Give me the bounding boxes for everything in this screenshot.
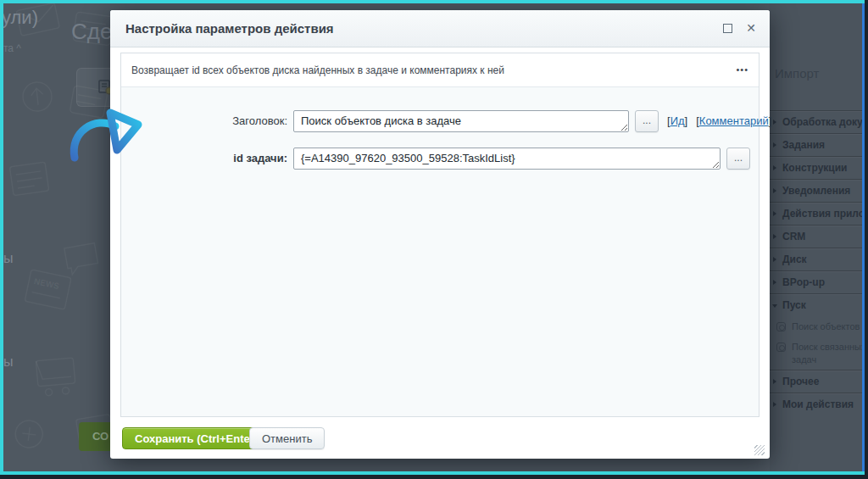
caret-right-icon (773, 280, 776, 285)
group-label: Диск (782, 253, 807, 265)
group-label: ВPop-up (782, 276, 825, 288)
ellipsis-icon: ••• (736, 64, 748, 75)
insert-links: [Ид][Комментарий] (667, 110, 771, 132)
item-label: Поиск объектов диска (792, 321, 862, 331)
save-button[interactable]: Сохранить (Ctrl+Enter) (122, 427, 270, 449)
title-more-button[interactable]: ... (635, 110, 659, 132)
title-input[interactable]: Поиск объектов диска в задаче (293, 110, 629, 132)
background-text-fragment: ы (3, 354, 14, 370)
viewport-border-top (0, 0, 865, 3)
activity-group-constructs[interactable]: Конструкции (770, 156, 862, 179)
close-icon: ✕ (746, 21, 756, 35)
task-id-input[interactable]: {=A14390_97620_93500_59528:TaskIdList} (293, 148, 721, 170)
caret-right-icon (773, 234, 776, 239)
group-label: CRM (782, 231, 805, 242)
caret-right-icon (773, 211, 776, 216)
group-label: Обработка документа (782, 116, 862, 128)
caret-right-icon (773, 142, 776, 148)
action-description: Возвращает id всех объектов диска найден… (131, 53, 504, 87)
outer-margin-right (865, 0, 868, 479)
id-link[interactable]: Ид (670, 114, 685, 127)
activity-group-other[interactable]: Прочее (770, 370, 862, 393)
group-label: Задания (782, 139, 825, 151)
group-label: Мои действия (782, 398, 854, 410)
sidebar-header: Импорт (775, 66, 819, 81)
activity-icon (776, 322, 786, 331)
activity-group-crm[interactable]: CRM (770, 225, 862, 248)
caret-right-icon (773, 188, 776, 193)
activity-item[interactable]: Поиск связанных с су задач (770, 341, 862, 368)
activity-group-my-actions[interactable]: Мои действия (770, 393, 862, 415)
activity-item[interactable]: Поиск объектов диска (770, 320, 862, 337)
activity-group-tasks[interactable]: Задания (770, 133, 862, 156)
activity-group-notifications[interactable]: Уведомления (770, 179, 862, 202)
activity-icon (776, 343, 786, 352)
group-label: Действия приложения (782, 208, 862, 220)
viewport-border-left (0, 3, 3, 471)
background-text-fragment: ы (3, 251, 14, 266)
dialog-title: Настройка параметров действия (125, 10, 334, 47)
sort-control-fragment: та ^ (3, 42, 21, 54)
resize-grip-icon[interactable] (754, 445, 765, 455)
activity-group-pusk[interactable]: Пуск (770, 293, 862, 316)
caret-right-icon (773, 379, 776, 384)
caret-right-icon (773, 402, 776, 407)
task-id-more-button[interactable]: ... (726, 148, 750, 170)
caret-right-icon (773, 120, 776, 125)
link-bracket: ] (685, 114, 688, 127)
activities-sidebar: Импорт Обработка документа Задания Конст… (770, 3, 862, 471)
group-label: Пуск (782, 299, 806, 311)
caret-right-icon (773, 257, 776, 262)
annotation-arrow-icon (66, 105, 151, 173)
group-label: Прочее (782, 376, 819, 387)
close-button[interactable]: ✕ (746, 21, 756, 35)
caret-right-icon (773, 165, 776, 170)
maximize-button[interactable] (723, 24, 732, 33)
workflow-designer-page: NEWS ули) та ^ Сдел ы ы СО Импорт Обра (0, 0, 868, 479)
activity-group-disk[interactable]: Диск (770, 248, 862, 270)
caret-down-icon (772, 304, 777, 308)
dialog-header: Настройка параметров действия ✕ (110, 10, 770, 47)
more-menu-button[interactable]: ••• (736, 53, 748, 86)
description-bar: Возвращает id всех объектов диска найден… (121, 53, 759, 87)
group-label: Конструкции (782, 162, 847, 174)
activity-group-app-actions[interactable]: Действия приложения (770, 202, 862, 225)
action-settings-dialog: Настройка параметров действия ✕ Возвраща… (110, 10, 770, 459)
cancel-button[interactable]: Отменить (249, 427, 325, 449)
comment-link[interactable]: Комментарий (699, 114, 769, 127)
svg-text:NEWS: NEWS (33, 276, 60, 291)
group-label: Уведомления (782, 185, 850, 197)
outer-margin-bottom (0, 475, 868, 479)
page-title-fragment: ули) (3, 7, 38, 29)
activity-group-popup[interactable]: ВPop-up (770, 270, 862, 293)
item-label: Поиск связанных с су (792, 342, 862, 352)
activity-group-document[interactable]: Обработка документа (770, 110, 862, 133)
link-bracket: ] (769, 114, 772, 127)
item-label: задач (792, 354, 816, 365)
parameters-panel: Возвращает id всех объектов диска найден… (120, 53, 760, 417)
